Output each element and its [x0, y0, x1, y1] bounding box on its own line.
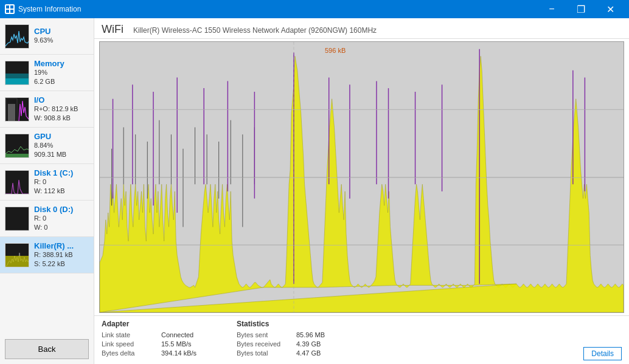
io-sub1: R+O: 812.9 kB — [34, 105, 89, 114]
disk0-thumbnail — [5, 207, 29, 231]
svg-rect-0 — [6, 5, 9, 9]
svg-rect-3 — [10, 10, 13, 13]
wifi-info: Killer(R) ... R: 388.91 kB S: 5.22 kB — [34, 241, 89, 269]
bytes-received-value: 4.39 GB — [296, 340, 357, 348]
stats-footer: Adapter Link state Connected Link speed … — [94, 315, 629, 364]
chart-container: 596 kB — [99, 41, 624, 313]
wifi-sub1: R: 388.91 kB — [34, 250, 89, 259]
content-header: WiFi Killer(R) Wireless-AC 1550 Wireless… — [94, 18, 629, 39]
bytes-sent-row: Bytes sent 85.96 MB — [237, 331, 357, 338]
peak-label: 596 kB — [325, 47, 346, 54]
adapter-stats: Adapter Link state Connected Link speed … — [102, 320, 222, 360]
bytes-sent-label: Bytes sent — [237, 331, 291, 338]
wifi-thumbnail — [5, 243, 29, 267]
sidebar-item-io[interactable]: I/O R+O: 812.9 kB W: 908.8 kB — [0, 91, 94, 128]
link-state-row: Link state Connected — [102, 331, 222, 338]
cpu-sub1: 9.63% — [34, 36, 89, 45]
svg-rect-7 — [8, 104, 15, 121]
minimize-button[interactable]: − — [538, 0, 566, 18]
gpu-sub1: 8.84% — [34, 141, 89, 150]
link-state-value: Connected — [161, 331, 222, 338]
window-controls: − ❐ ✕ — [538, 0, 624, 18]
sidebar-item-disk1[interactable]: Disk 1 (C:) R: 0 W: 112 kB — [0, 164, 94, 201]
sidebar: CPU 9.63% Memory 19% 6.2 GB — [0, 18, 94, 364]
io-label: I/O — [34, 95, 89, 105]
memory-info: Memory 19% 6.2 GB — [34, 59, 89, 87]
memory-label: Memory — [34, 59, 89, 68]
sidebar-item-wifi[interactable]: Killer(R) ... R: 388.91 kB S: 5.22 kB — [0, 237, 94, 273]
window-title: System Information — [18, 5, 538, 13]
cpu-info: CPU 9.63% — [34, 27, 89, 45]
link-speed-label: Link speed — [102, 340, 156, 348]
bytes-received-label: Bytes received — [237, 340, 291, 348]
disk1-sub1: R: 0 — [34, 177, 89, 187]
disk0-sub2: W: 0 — [34, 223, 89, 232]
io-info: I/O R+O: 812.9 kB W: 908.8 kB — [34, 95, 89, 123]
io-sub2: W: 908.8 kB — [34, 114, 89, 123]
memory-sub1: 19% — [34, 68, 89, 77]
adapter-name: Killer(R) Wireless-AC 1550 Wireless Netw… — [133, 26, 377, 35]
sidebar-item-gpu[interactable]: GPU 8.84% 909.31 MB — [0, 128, 94, 164]
bytes-delta-value: 394.14 kB/s — [161, 349, 222, 357]
content-title: WiFi — [102, 23, 123, 36]
restore-button[interactable]: ❐ — [567, 0, 595, 18]
wifi-sub2: S: 5.22 kB — [34, 259, 89, 269]
disk0-label: Disk 0 (D:) — [34, 205, 89, 214]
bytes-sent-value: 85.96 MB — [296, 331, 357, 338]
close-button[interactable]: ✕ — [596, 0, 624, 18]
disk1-sub2: W: 112 kB — [34, 187, 89, 196]
memory-thumbnail — [5, 61, 29, 85]
bytes-total-label: Bytes total — [237, 349, 291, 357]
disk0-sub1: R: 0 — [34, 214, 89, 223]
cpu-label: CPU — [34, 27, 89, 36]
gpu-sub2: 909.31 MB — [34, 150, 89, 159]
svg-rect-10 — [5, 256, 29, 267]
grid-line-1 — [100, 109, 624, 110]
disk1-label: Disk 1 (C:) — [34, 168, 89, 177]
svg-rect-1 — [10, 5, 13, 9]
disk1-info: Disk 1 (C:) R: 0 W: 112 kB — [34, 168, 89, 196]
adapter-section-title: Adapter — [102, 320, 222, 328]
sidebar-item-memory[interactable]: Memory 19% 6.2 GB — [0, 55, 94, 91]
grid-line-3 — [100, 245, 624, 246]
cpu-thumbnail — [5, 24, 29, 49]
bytes-received-row: Bytes received 4.39 GB — [237, 340, 357, 348]
main-container: CPU 9.63% Memory 19% 6.2 GB — [0, 18, 629, 364]
svg-rect-2 — [6, 10, 9, 13]
statistics-stats: Statistics Bytes sent 85.96 MB Bytes rec… — [237, 320, 357, 360]
svg-rect-4 — [5, 78, 29, 85]
svg-rect-5 — [5, 74, 29, 78]
titlebar: System Information − ❐ ✕ — [0, 0, 629, 18]
link-speed-value: 15.5 MB/s — [161, 340, 222, 348]
disk0-info: Disk 0 (D:) R: 0 W: 0 — [34, 205, 89, 233]
wifi-label: Killer(R) ... — [34, 241, 89, 250]
back-button[interactable]: Back — [5, 339, 89, 359]
statistics-section-title: Statistics — [237, 320, 357, 328]
details-button[interactable]: Details — [583, 347, 622, 360]
memory-sub2: 6.2 GB — [34, 77, 89, 86]
io-thumbnail — [5, 97, 29, 122]
bytes-delta-row: Bytes delta 394.14 kB/s — [102, 349, 222, 357]
gpu-thumbnail — [5, 134, 29, 158]
disk1-thumbnail — [5, 170, 29, 194]
bytes-total-row: Bytes total 4.47 GB — [237, 349, 357, 357]
app-icon — [5, 4, 15, 14]
link-speed-row: Link speed 15.5 MB/s — [102, 340, 222, 348]
content-area: WiFi Killer(R) Wireless-AC 1550 Wireless… — [94, 18, 629, 364]
grid-line-2 — [100, 177, 624, 178]
sidebar-item-disk0[interactable]: Disk 0 (D:) R: 0 W: 0 — [0, 201, 94, 237]
bytes-delta-label: Bytes delta — [102, 349, 156, 357]
bytes-total-value: 4.47 GB — [296, 349, 357, 357]
link-state-label: Link state — [102, 331, 156, 338]
sidebar-item-cpu[interactable]: CPU 9.63% — [0, 18, 94, 55]
gpu-label: GPU — [34, 132, 89, 141]
svg-rect-8 — [5, 154, 29, 158]
gpu-info: GPU 8.84% 909.31 MB — [34, 132, 89, 160]
